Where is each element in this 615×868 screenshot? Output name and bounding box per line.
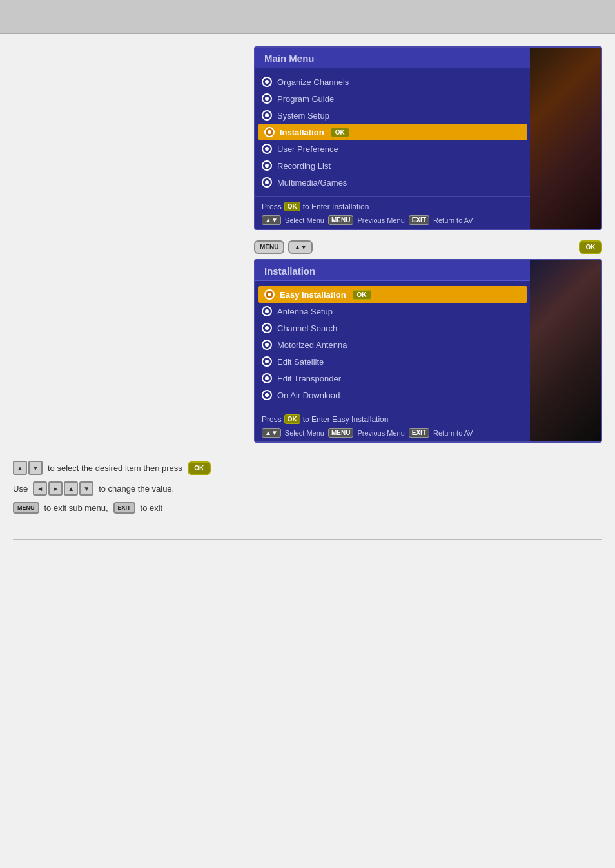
arrow-down-btn[interactable]: ▼ xyxy=(28,461,43,475)
dot-icon-organize xyxy=(262,77,272,87)
ok-instruction-btn[interactable]: OK xyxy=(188,461,211,475)
ok-button-between[interactable]: OK xyxy=(579,240,602,254)
dot-icon-edit-trans xyxy=(262,373,272,383)
nav-up-down-icon: ▲▼ xyxy=(262,215,281,225)
arrow-down-btn-2[interactable]: ▼ xyxy=(79,481,93,496)
menu-item-multimedia[interactable]: Multimedia/Games xyxy=(255,174,530,191)
menu-item-channel-search[interactable]: Channel Search xyxy=(255,320,530,336)
dot-icon-multimedia xyxy=(262,177,272,188)
nav-between-left: MENU ▲▼ xyxy=(254,240,313,254)
menu-item-edit-satellite[interactable]: Edit Satellite xyxy=(255,353,530,370)
dot-icon-channel-search xyxy=(262,323,272,333)
install-nav-updown-icon: ▲▼ xyxy=(262,428,281,438)
main-menu-panel: Main Menu Organize Channels Program Guid… xyxy=(254,46,602,230)
ok-badge-install-footer: OK xyxy=(284,414,300,424)
menu-item-on-air-download[interactable]: On Air Download xyxy=(255,387,530,403)
install-nav-exit-icon: EXIT xyxy=(409,428,429,438)
bottom-divider xyxy=(13,539,602,540)
installation-menu-panel: Installation Easy Installation OK Antenn… xyxy=(254,259,602,443)
menu-item-user-preference[interactable]: User Preference xyxy=(255,140,530,157)
exit-btn-instruction[interactable]: EXIT xyxy=(113,502,135,514)
main-menu-nav-bar: ▲▼ Select Menu MENU Previous Menu EXIT R… xyxy=(262,215,523,225)
menu-item-antenna-setup[interactable]: Antenna Setup xyxy=(255,303,530,320)
dot-icon-edit-sat xyxy=(262,356,272,367)
four-arrow-group[interactable]: ◄ ► ▲ ▼ xyxy=(33,481,93,496)
bottom-instructions: ▲ ▼ to select the desired item then pres… xyxy=(0,448,615,526)
dot-icon-user-pref xyxy=(262,144,272,154)
arrow-up-btn-2[interactable]: ▲ xyxy=(64,481,78,496)
nav-between-menus: MENU ▲▼ OK xyxy=(254,235,602,259)
instruction-text-2: to change the value. xyxy=(99,484,174,494)
installation-menu-items: Easy Installation OK Antenna Setup Chann… xyxy=(255,281,530,409)
dot-icon-system xyxy=(262,110,272,121)
arrow-up-btn[interactable]: ▲ xyxy=(13,461,27,475)
ok-badge-easy: OK xyxy=(353,290,371,300)
arrow-left-btn[interactable]: ◄ xyxy=(33,481,47,496)
installation-nav-bar: ▲▼ Select Menu MENU Previous Menu EXIT R… xyxy=(262,428,523,438)
instruction-row-2: Use ◄ ► ▲ ▼ to change the value. xyxy=(13,481,602,496)
nav-menu-icon: MENU xyxy=(328,215,353,225)
menu-item-program-guide[interactable]: Program Guide xyxy=(255,90,530,107)
dot-icon-on-air xyxy=(262,390,272,400)
top-header-bar xyxy=(0,0,615,34)
instruction-row-3: MENU to exit sub menu, EXIT to exit xyxy=(13,502,602,514)
main-menu-title: Main Menu xyxy=(255,48,530,68)
menu-item-organize-channels[interactable]: Organize Channels xyxy=(255,73,530,90)
menu-item-installation[interactable]: Installation OK xyxy=(258,124,527,140)
menu-btn-instruction[interactable]: MENU xyxy=(13,502,39,514)
dot-icon-recording xyxy=(262,160,272,171)
installation-menu-thumbnail xyxy=(530,260,601,441)
instruction-text-3a: to exit sub menu, xyxy=(44,503,108,513)
nav-between-right: OK xyxy=(579,240,602,254)
menu-item-recording-list[interactable]: Recording List xyxy=(255,157,530,174)
install-nav-menu-icon: MENU xyxy=(328,428,353,438)
menu-item-motorized-antenna[interactable]: Motorized Antenna xyxy=(255,336,530,353)
instruction-use-text: Use xyxy=(13,484,28,494)
ok-badge-installation: OK xyxy=(331,128,349,137)
dot-icon-antenna xyxy=(262,306,272,316)
menu-item-edit-transponder[interactable]: Edit Transponder xyxy=(255,370,530,387)
dot-icon-easy xyxy=(264,289,275,300)
nav-exit-icon: EXIT xyxy=(409,215,429,225)
dot-icon-program xyxy=(262,93,272,104)
main-menu-thumb-image xyxy=(530,48,601,229)
menu-item-system-setup[interactable]: System Setup xyxy=(255,107,530,124)
installation-press-ok: Press OK to Enter Easy Installation xyxy=(262,414,523,424)
ok-badge-footer: OK xyxy=(284,202,300,211)
main-menu-thumbnail xyxy=(530,48,601,229)
main-menu-items: Organize Channels Program Guide System S… xyxy=(255,68,530,196)
installation-menu-footer: Press OK to Enter Easy Installation ▲▼ S… xyxy=(255,409,530,441)
updown-button-between[interactable]: ▲▼ xyxy=(288,240,313,254)
main-menu-footer: Press OK to Enter Installation ▲▼ Select… xyxy=(255,196,530,229)
menu-item-easy-installation[interactable]: Easy Installation OK xyxy=(258,286,527,303)
dot-icon-motorized xyxy=(262,340,272,350)
arrow-up-down-group[interactable]: ▲ ▼ xyxy=(13,461,43,475)
instruction-text-1: to select the desired item then press xyxy=(48,463,182,473)
arrow-right-btn[interactable]: ► xyxy=(48,481,63,496)
instruction-row-1: ▲ ▼ to select the desired item then pres… xyxy=(13,461,602,475)
dot-icon-installation xyxy=(264,127,275,137)
installation-menu-title: Installation xyxy=(255,260,530,281)
installation-thumb-image xyxy=(530,260,601,441)
instruction-text-3b: to exit xyxy=(141,503,163,513)
content-area: Main Menu Organize Channels Program Guid… xyxy=(0,34,615,448)
menu-button-between[interactable]: MENU xyxy=(254,240,284,254)
main-menu-press-ok: Press OK to Enter Installation xyxy=(262,202,523,211)
